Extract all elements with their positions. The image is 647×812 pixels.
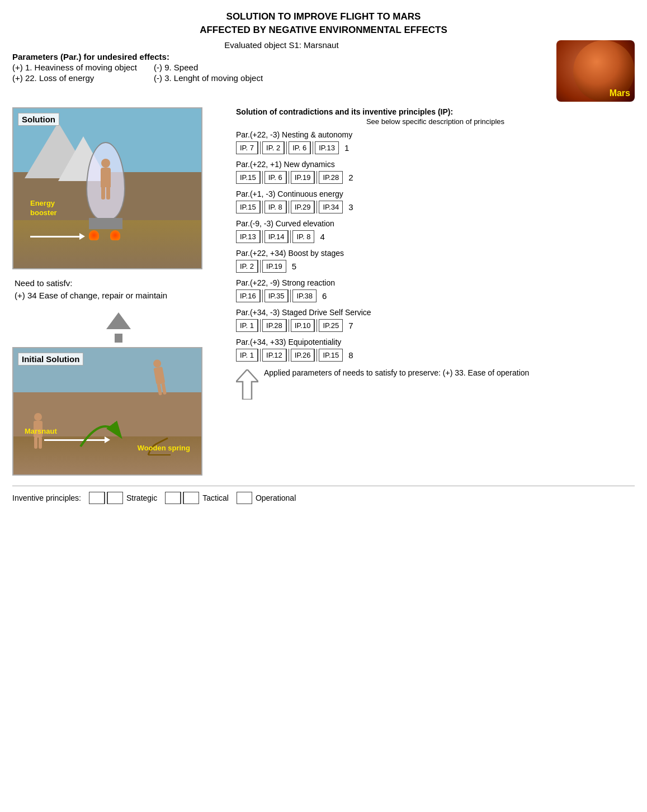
page-title: SOLUTION TO IMPROVE FLIGHT TO MARS AFFEC… [12,10,635,37]
ip-block: IP. 2 [262,141,287,154]
ip-label: IP.19 [262,260,286,273]
par-label-3: Par.(+1, -3) Continuous energy [236,189,635,198]
ip-block: IP. 7 [236,141,261,154]
ip-divider [258,319,261,332]
ip-block: IP.10 [291,319,318,332]
ip-label: IP.12 [262,349,286,362]
ip-block: IP. 6 [265,171,289,184]
ip-label: IP. 6 [289,141,310,154]
ip-block: IP.25 [319,319,343,332]
ip-divider [260,171,263,184]
ip-label: IP. 6 [265,171,286,184]
principle-group-8: Par.(+34, +33) EquipotentialityIP. 1IP.1… [236,338,635,362]
ip-label: IP.34 [319,201,343,213]
param-minus9: (-) 9. Speed [154,63,263,72]
ip-label: IP.15 [236,171,260,184]
ip-row-2: IP.15IP. 6IP.19IP.282 [236,171,635,184]
initial-solution-image: Initial Solution [12,347,202,476]
group-number: 2 [348,173,353,182]
ip-divider [260,201,263,213]
ip-label: IP. 2 [236,260,258,273]
ip-label: IP.15 [319,349,343,362]
ip-block: IP.28 [319,171,343,184]
ip-label: IP.35 [265,289,289,302]
wooden-spring-label: Wooden spring [138,444,190,452]
group-number: 4 [320,232,324,241]
ip-block: IP.19 [291,171,318,184]
principle-group-3: Par.(+1, -3) Continuous energyIP.15IP. 8… [236,189,635,213]
solution-label: Solution [18,113,59,126]
ip-block: IP. 8 [265,201,289,213]
group-number: 5 [292,262,296,271]
ip-label: IP.13 [236,230,260,243]
ip-label: IP.29 [291,201,315,213]
ip-divider [260,230,263,243]
tactical-legend: Tactical [165,492,229,504]
mars-image [556,40,635,102]
ip-label: IP. 7 [236,141,258,154]
ip-divider [286,201,289,213]
ip-block: IP. 8 [292,230,314,243]
param-plus22: (+) 22. Loss of energy [12,73,137,83]
ip-divider [286,349,289,362]
ip-block: IP.12 [262,349,289,362]
ip-divider [286,319,289,332]
group-number: 8 [348,350,353,360]
evaluated-object: Evaluated object S1: Marsnaut [12,40,551,50]
ip-label: IP.25 [319,319,343,332]
ip-block: IP.28 [262,319,289,332]
operational-label: Operational [256,493,296,502]
ip-row-8: IP. 1IP.12IP.26IP.158 [236,349,635,362]
ip-divider [288,230,291,243]
energy-booster-label: Energybooster [30,199,57,218]
ip-label: IP.28 [319,171,343,184]
ip-block: IP.15 [236,201,263,213]
par-label-8: Par.(+34, +33) Equipotentiality [236,338,635,346]
ip-divider [288,289,291,302]
strategic-legend: Strategic [89,492,157,504]
ip-row-7: IP. 1IP.28IP.10IP.257 [236,319,635,332]
strategic-label: Strategic [126,493,157,502]
ip-divider [284,141,287,154]
ip-block: IP.13 [315,141,339,154]
ip-row-5: IP. 2IP.195 [236,260,635,273]
ip-block: IP.16 [236,289,263,302]
ip-label: IP.38 [292,289,317,302]
ip-block: IP.19 [262,260,286,273]
ip-label: IP. 8 [292,230,314,243]
ip-row-3: IP.15IP. 8IP.29IP.343 [236,201,635,213]
marsnaut-label: Marsnaut [25,427,57,435]
ip-label: IP. 8 [265,201,286,213]
par-label-4: Par.(-9, -3) Curved elevation [236,219,635,228]
see-below: See below specific description of princi… [236,117,635,126]
up-arrow [12,308,225,343]
ip-label: IP.26 [291,349,315,362]
principle-group-4: Par.(-9, -3) Curved elevationIP.13IP.14I… [236,219,635,243]
ip-block: IP.15 [319,349,343,362]
ip-divider [314,171,317,184]
operational-legend: Operational [237,492,296,504]
ip-divider [258,260,261,273]
ip-divider [258,141,261,154]
ip-label: IP. 1 [236,349,258,362]
par-label-6: Par.(+22, -9) Strong reaction [236,278,635,287]
ip-label: IP.28 [262,319,286,332]
ip-label: IP.14 [265,230,289,243]
par-label-1: Par.(+22, -3) Nesting & autonomy [236,130,635,139]
ip-block: IP.35 [265,289,291,302]
applied-params: Applied parameters of needs to satisfy t… [236,367,635,401]
ip-label: IP.13 [315,141,339,154]
ip-divider [258,349,261,362]
ip-divider [314,201,317,213]
ip-block: IP.29 [291,201,318,213]
initial-solution-label: Initial Solution [18,353,83,365]
svg-marker-1 [236,369,258,400]
contradiction-label: Solution of contradictions and its inven… [236,107,635,116]
ip-block: IP.26 [291,349,318,362]
ip-block: IP.34 [319,201,343,213]
ip-label: IP.19 [291,171,315,184]
principle-group-2: Par.(+22, +1) New dynamicsIP.15IP. 6IP.1… [236,160,635,184]
param-plus1: (+) 1. Heaviness of moving object [12,63,137,72]
need-to-satisfy: Need to satisfv: (+) 34 Ease of change, … [12,277,225,302]
group-number: 7 [348,321,353,330]
